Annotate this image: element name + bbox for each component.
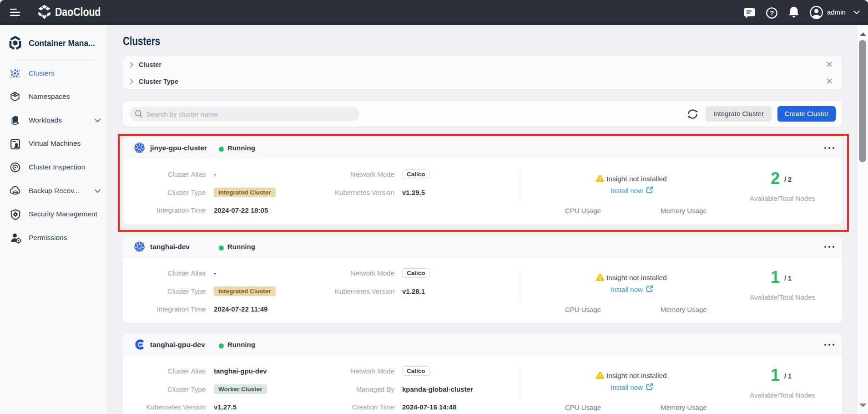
svg-text:?: ?: [770, 9, 774, 17]
